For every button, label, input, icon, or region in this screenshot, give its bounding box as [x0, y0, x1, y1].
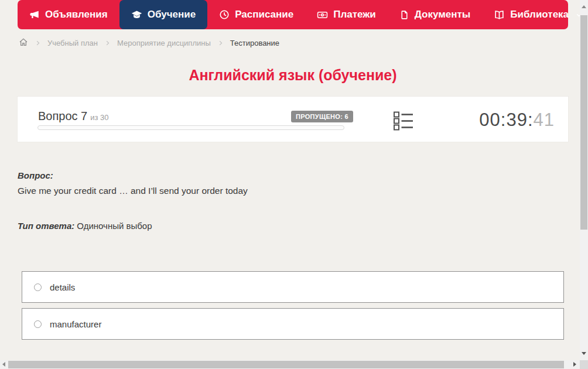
banknote-icon	[317, 9, 328, 20]
nav-item-label: Объявления	[45, 9, 108, 20]
chevron-right-icon	[35, 40, 41, 46]
book-icon	[494, 9, 505, 20]
question-list-icon[interactable]	[394, 111, 413, 133]
nav-item-label: Документы	[415, 9, 471, 20]
nav-item-label: Расписание	[235, 9, 293, 20]
answer-option-label: details	[50, 282, 75, 292]
megaphone-icon	[29, 9, 40, 20]
vertical-scrollbar-thumb[interactable]	[580, 15, 587, 230]
answer-type-label: Тип ответа:	[18, 221, 74, 231]
skipped-badge: ПРОПУЩЕНО: 6	[291, 111, 353, 122]
chevron-right-icon	[217, 40, 224, 46]
scroll-up-arrow-icon[interactable]	[582, 5, 586, 8]
radio-icon[interactable]	[34, 283, 42, 291]
radio-icon[interactable]	[34, 320, 42, 328]
scroll-left-arrow-icon[interactable]	[2, 362, 5, 367]
chevron-right-icon	[104, 40, 111, 46]
question-text: Give me your credit card … and I’ll send…	[18, 186, 248, 196]
timer-seconds: 41	[534, 110, 555, 130]
timer: 00:39:41	[479, 111, 555, 129]
question-number-label: Вопрос 7	[38, 110, 87, 122]
vertical-scrollbar	[580, 0, 588, 360]
graduation-cap-icon	[131, 9, 142, 20]
horizontal-scrollbar	[0, 360, 580, 369]
breadcrumb-current: Тестирование	[230, 39, 279, 47]
main-nav: Объявления Обучение Расписание Платежи Д…	[18, 0, 568, 29]
page-title: Английский язык (обучение)	[0, 67, 586, 84]
nav-item-announcements[interactable]: Объявления	[18, 0, 119, 29]
scroll-right-arrow-icon[interactable]	[573, 362, 576, 367]
test-page: { "theme": { "accent_red": "#e61e41", "a…	[0, 0, 588, 369]
nav-item-payments[interactable]: Платежи	[305, 0, 388, 29]
answer-type-value: Одиночный выбор	[77, 221, 152, 231]
answer-option-manufacturer[interactable]: manufacturer	[22, 308, 564, 340]
home-icon[interactable]	[19, 37, 28, 49]
nav-item-learning[interactable]: Обучение	[119, 0, 207, 29]
document-icon	[399, 10, 409, 20]
nav-item-label: Платежи	[333, 9, 376, 20]
answer-option-details[interactable]: details	[22, 271, 564, 303]
scrollbar-corner	[580, 360, 588, 369]
breadcrumb-link-curriculum[interactable]: Учебный план	[47, 39, 98, 47]
question-total: из 30	[90, 113, 108, 122]
horizontal-scrollbar-thumb[interactable]	[8, 361, 564, 368]
question-header-card: Вопрос 7из 30 ПРОПУЩЕНО: 6 00:39:41	[18, 97, 568, 142]
scroll-down-arrow-icon[interactable]	[582, 352, 586, 355]
clock-icon	[219, 9, 230, 20]
answer-type: Тип ответа:Одиночный выбор	[18, 221, 152, 231]
question-number: Вопрос 7из 30	[38, 110, 109, 123]
nav-item-library[interactable]: Библиотека	[482, 0, 588, 29]
question-progress-bar	[37, 125, 344, 130]
nav-item-documents[interactable]: Документы	[388, 0, 483, 29]
answer-option-label: manufacturer	[50, 319, 101, 329]
nav-item-label: Обучение	[148, 9, 196, 20]
nav-item-schedule[interactable]: Расписание	[207, 0, 305, 29]
answer-options-list: details manufacturer	[22, 271, 564, 345]
nav-item-label: Библиотека	[510, 9, 569, 20]
breadcrumb-link-discipline-event[interactable]: Мероприятие дисциплины	[117, 39, 211, 47]
timer-main: 00:39:	[479, 110, 533, 130]
question-label: Вопрос:	[18, 170, 53, 180]
breadcrumb: Учебный план Мероприятие дисциплины Тест…	[19, 36, 279, 49]
